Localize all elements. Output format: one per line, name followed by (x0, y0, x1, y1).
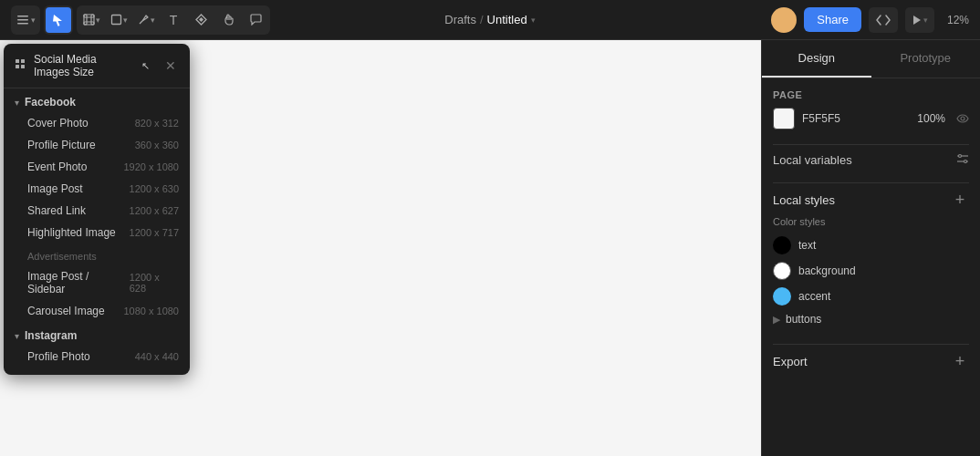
pen-tool[interactable]: ▾ (133, 7, 159, 33)
menu-tool[interactable]: ▾ (13, 7, 38, 33)
color-style-accent[interactable]: accent (773, 284, 969, 309)
list-item[interactable]: Profile Picture 360 x 360 (4, 134, 190, 156)
svg-point-12 (961, 117, 964, 120)
title-chevron-icon: ▾ (531, 16, 536, 25)
shape-tool[interactable]: ▾ (106, 7, 131, 33)
divider-2 (773, 182, 969, 183)
svg-rect-8 (16, 59, 19, 63)
list-item[interactable]: Cover Photo 820 x 312 (4, 112, 190, 134)
background-color-swatch (773, 262, 791, 280)
svg-rect-10 (16, 65, 19, 68)
local-variables-settings-icon[interactable] (956, 152, 969, 168)
item-name: Event Photo (27, 161, 87, 173)
text-color-swatch (773, 236, 791, 254)
item-size: 440 x 440 (135, 351, 179, 362)
list-item[interactable]: Profile Photo 440 x 440 (4, 346, 190, 368)
list-item[interactable]: Highlighted Image 1200 x 717 (4, 222, 190, 244)
list-item[interactable]: Event Photo 1920 x 1080 (4, 156, 190, 178)
item-size: 1200 x 717 (130, 227, 179, 238)
svg-rect-5 (84, 15, 94, 17)
item-name: Carousel Image (27, 305, 105, 317)
cursor-indicator: ↖ (141, 60, 150, 72)
drafts-label[interactable]: Drafts (444, 13, 476, 26)
list-item[interactable]: Image Post 1200 x 630 (4, 178, 190, 200)
local-styles-header: Local styles + (773, 191, 969, 209)
add-export-button[interactable]: + (951, 352, 969, 370)
topbar-left: ▾ ▾ (11, 5, 764, 35)
buttons-style-label: buttons (786, 313, 821, 326)
section-header-facebook[interactable]: ▾ Facebook (4, 88, 190, 112)
frame-tool[interactable]: ▾ (78, 7, 104, 33)
item-name: Image Post / Sidebar (27, 270, 130, 295)
export-label: Export (773, 355, 808, 368)
comment-tool[interactable] (243, 7, 268, 33)
document-title[interactable]: Untitled ▾ (487, 13, 536, 26)
list-item[interactable]: Carousel Image 1080 x 1080 (4, 300, 190, 322)
right-panel: Design Prototype Page F5F5F5 100% (761, 40, 980, 456)
accent-color-swatch (773, 287, 791, 306)
zoom-label[interactable]: 12% (942, 14, 969, 26)
main-layout: Social Media Images Size ↖ ✕ ▾ Facebook … (0, 40, 980, 456)
add-style-button[interactable]: + (951, 191, 969, 209)
color-styles-subsection: Color styles text background accent (773, 216, 969, 329)
select-tool[interactable] (46, 7, 71, 33)
item-name: Highlighted Image (27, 226, 116, 239)
panel-header: Social Media Images Size ↖ ✕ (4, 44, 190, 88)
svg-rect-6 (84, 22, 94, 25)
text-tool[interactable]: T (161, 7, 186, 33)
hand-tool[interactable] (215, 7, 241, 33)
svg-rect-0 (17, 16, 28, 17)
item-name: Profile Photo (27, 350, 90, 363)
svg-rect-9 (21, 59, 25, 63)
subsection-advertisements: Advertisements (4, 244, 190, 265)
page-section-title: Page (773, 89, 969, 100)
list-item[interactable]: Shared Link 1200 x 627 (4, 200, 190, 222)
background-style-label: background (798, 264, 856, 277)
divider (773, 144, 969, 145)
item-name: Shared Link (27, 204, 86, 217)
section-header-instagram[interactable]: ▾ Instagram (4, 322, 190, 346)
share-button[interactable]: Share (804, 7, 861, 32)
svg-rect-1 (17, 19, 28, 21)
list-item[interactable]: Image Post / Sidebar 1200 x 628 (4, 265, 190, 300)
export-row: Export + (773, 352, 969, 370)
tab-prototype[interactable]: Prototype (871, 40, 981, 78)
item-size: 1200 x 630 (130, 183, 179, 194)
item-size: 1200 x 627 (130, 205, 179, 216)
tab-design[interactable]: Design (762, 40, 871, 78)
text-style-label: text (798, 239, 816, 252)
panel-close-button[interactable]: ✕ (162, 57, 179, 74)
local-vars-row: Local variables (773, 152, 969, 168)
local-variables-section: Local variables (773, 152, 969, 168)
dropdown-panel: Social Media Images Size ↖ ✕ ▾ Facebook … (4, 44, 190, 375)
item-size: 1920 x 1080 (123, 161, 179, 172)
color-style-background[interactable]: background (773, 258, 969, 284)
page-color-swatch[interactable] (773, 108, 795, 130)
page-opacity-value[interactable]: 100% (917, 112, 945, 125)
code-view-button[interactable] (869, 7, 898, 33)
svg-point-13 (959, 155, 962, 158)
page-color-row: F5F5F5 100% (773, 108, 969, 130)
instagram-section-label: Instagram (25, 329, 77, 342)
component-tool[interactable] (188, 7, 214, 33)
panel-title: Social Media Images Size (34, 53, 134, 78)
item-name: Cover Photo (27, 117, 89, 130)
page-color-value[interactable]: F5F5F5 (802, 112, 840, 125)
instagram-items: Profile Photo 440 x 440 (4, 346, 190, 368)
color-style-text[interactable]: text (773, 233, 969, 258)
svg-rect-2 (17, 23, 28, 25)
item-size: 820 x 312 (135, 118, 179, 129)
right-tabs: Design Prototype (762, 40, 980, 78)
local-variables-label: Local variables (773, 153, 852, 167)
topbar-right: Share ▾ 12% (771, 7, 969, 33)
svg-point-14 (964, 161, 967, 163)
right-content: Page F5F5F5 100% Local v (762, 78, 980, 456)
present-button[interactable]: ▾ (905, 7, 934, 33)
color-styles-label: Color styles (773, 216, 969, 227)
topbar: ▾ ▾ (0, 0, 980, 40)
visibility-icon[interactable] (956, 112, 969, 126)
canvas[interactable]: Social Media Images Size ↖ ✕ ▾ Facebook … (0, 40, 761, 456)
item-size: 1200 x 628 (130, 272, 179, 294)
buttons-style-row[interactable]: ▶ buttons (773, 309, 969, 329)
facebook-section-label: Facebook (25, 96, 76, 109)
